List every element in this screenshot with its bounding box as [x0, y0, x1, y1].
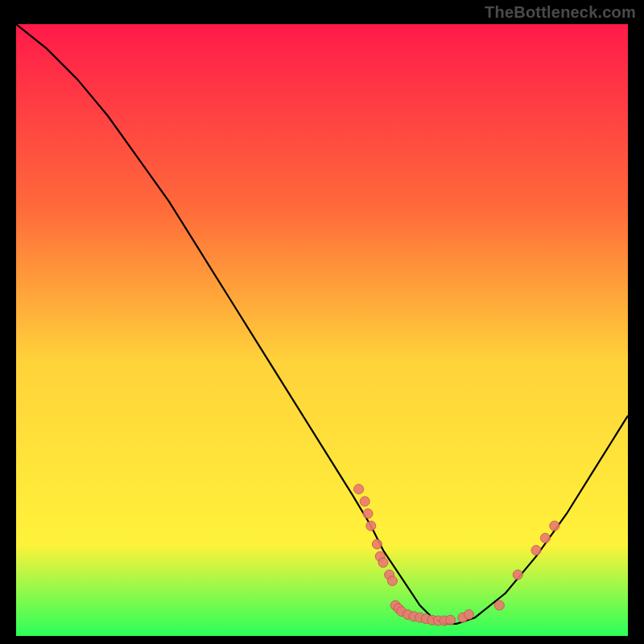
data-marker: [360, 497, 369, 506]
data-marker: [531, 546, 541, 555]
data-marker: [494, 601, 504, 610]
chart-frame: TheBottleneck.com: [0, 0, 644, 644]
bottleneck-chart: [16, 24, 628, 636]
data-marker: [354, 485, 364, 494]
watermark-label: TheBottleneck.com: [485, 3, 636, 22]
plot-area: [16, 24, 628, 636]
data-marker: [372, 539, 382, 549]
data-marker: [446, 615, 456, 625]
data-marker: [366, 521, 376, 530]
data-marker: [464, 609, 473, 619]
data-marker: [513, 570, 522, 580]
data-marker: [387, 576, 397, 586]
data-marker: [540, 533, 550, 543]
data-marker: [363, 509, 373, 518]
data-marker: [550, 521, 559, 530]
data-marker: [378, 558, 388, 568]
